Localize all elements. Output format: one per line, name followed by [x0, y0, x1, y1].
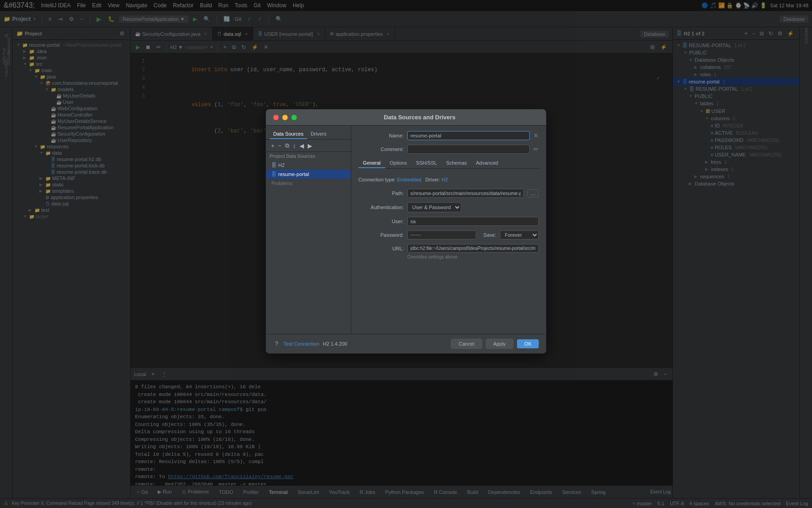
ds-resume-portal-label: resume-portal	[278, 171, 309, 177]
form-row-user: User:	[358, 217, 539, 226]
auth-select[interactable]: User & Password	[407, 202, 461, 212]
comment-input[interactable]	[407, 145, 530, 154]
url-label: URL:	[358, 246, 404, 251]
form-row-password: Password: Save: Forever	[358, 230, 539, 239]
ds-nav-left[interactable]: ◀	[298, 142, 305, 150]
ds-nav-right[interactable]: ▶	[306, 142, 314, 150]
window-close-btn[interactable]	[273, 115, 279, 120]
modal-overlay: Data Sources and Drivers Data Sources Dr…	[0, 0, 812, 508]
auth-label: Authentication:	[358, 205, 404, 210]
name-label: Name:	[358, 133, 404, 138]
modal-form: Name: ✕ Comment: ✏ General Options SSH/S…	[351, 126, 546, 334]
name-input[interactable]	[407, 131, 530, 140]
form-row-path: Path: …	[358, 189, 539, 198]
inner-tab-schemas[interactable]: Schemas	[441, 158, 471, 168]
ds-section-title: Project Data Sources	[266, 152, 351, 161]
window-min-btn[interactable]	[282, 115, 288, 120]
ds-item-resume-portal[interactable]: 🗄 resume-portal	[266, 170, 351, 179]
inner-tab-options[interactable]: Options	[385, 158, 411, 168]
modal-sidebar: Data Sources Drivers + − ⧉ ↕ ◀ ▶ Project…	[266, 126, 351, 334]
browse-btn[interactable]: …	[527, 189, 539, 197]
inner-tab-general[interactable]: General	[358, 158, 385, 168]
modal-footer: ? Test Connection H2 1.4.200 Cancel Appl…	[266, 334, 546, 353]
inner-tab-ssh[interactable]: SSH/SSL	[411, 158, 441, 168]
problems-side-tab[interactable]: Problems	[266, 179, 351, 188]
apply-button[interactable]: Apply	[486, 339, 514, 349]
user-input[interactable]	[407, 217, 539, 226]
inner-tab-advanced[interactable]: Advanced	[471, 158, 503, 168]
test-conn-version: H2 1.4.200	[323, 341, 348, 347]
save-select[interactable]: Forever	[500, 230, 539, 239]
modal-inner-tabs: General Options SSH/SSL Schemas Advanced	[358, 158, 539, 169]
path-input[interactable]	[407, 189, 524, 198]
password-input[interactable]	[407, 230, 476, 239]
form-row-comment: Comment: ✏	[358, 145, 539, 154]
window-max-btn[interactable]	[291, 115, 297, 120]
path-label: Path:	[358, 190, 404, 196]
url-hint: Overrides settings above	[407, 254, 539, 259]
modal-sidebar-tabs: Data Sources Drivers	[266, 129, 351, 140]
modal-body: Data Sources Drivers + − ⧉ ↕ ◀ ▶ Project…	[266, 126, 546, 334]
ds-resume-portal-icon: 🗄	[271, 171, 276, 177]
password-label: Password:	[358, 232, 404, 238]
form-row-auth: Authentication: User & Password	[358, 202, 539, 212]
ds-remove-btn[interactable]: −	[277, 142, 283, 150]
ds-h2-label: H2	[278, 162, 285, 168]
help-btn[interactable]: ?	[273, 340, 280, 348]
test-connection-btn[interactable]: Test Connection	[284, 341, 319, 347]
cancel-button[interactable]: Cancel	[451, 339, 482, 349]
ds-copy-btn[interactable]: ⧉	[284, 142, 290, 150]
driver-value[interactable]: H2	[441, 177, 448, 182]
modal-footer-left: ? Test Connection H2 1.4.200	[273, 340, 347, 348]
form-row-url: URL:	[358, 244, 539, 253]
conn-type-info: Connection type: Embedded Driver: H2	[358, 177, 448, 182]
url-input[interactable]	[407, 244, 539, 253]
comment-edit-btn[interactable]: ✏	[533, 146, 539, 153]
modal-tab-drivers[interactable]: Drivers	[307, 129, 330, 139]
modal-title: Data Sources and Drivers	[300, 114, 539, 121]
data-sources-modal: Data Sources and Drivers Data Sources Dr…	[266, 109, 546, 354]
ds-move-btn[interactable]: ↕	[291, 142, 297, 150]
modal-header: Data Sources and Drivers	[266, 109, 546, 126]
form-row-name: Name: ✕	[358, 131, 539, 140]
save-label: Save:	[483, 232, 496, 238]
ds-item-h2[interactable]: 🗄 H2	[266, 161, 351, 170]
form-row-conntype: Connection type: Embedded Driver: H2	[358, 177, 539, 184]
user-label: User:	[358, 219, 404, 224]
ok-button[interactable]: OK	[517, 339, 539, 348]
name-clear-btn[interactable]: ✕	[533, 132, 539, 139]
ds-toolbar: + − ⧉ ↕ ◀ ▶	[266, 140, 351, 152]
modal-tab-datasources[interactable]: Data Sources	[270, 129, 307, 139]
comment-label: Comment:	[358, 147, 404, 152]
ds-add-btn[interactable]: +	[270, 142, 276, 150]
ds-h2-icon: 🗄	[271, 162, 276, 168]
conn-type-value[interactable]: Embedded	[397, 177, 421, 182]
